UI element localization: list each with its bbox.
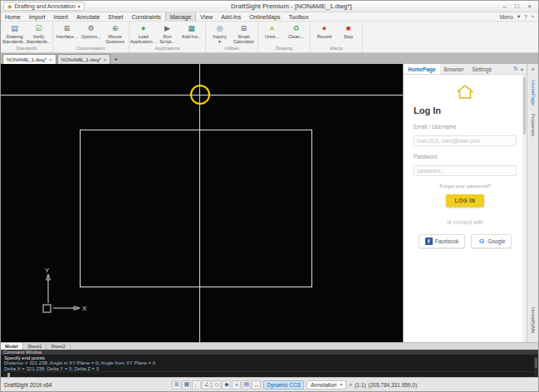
tab-sheet2[interactable]: Sheet2 xyxy=(47,343,70,350)
help-icon[interactable]: ? xyxy=(524,14,527,20)
palette-tab-properties[interactable]: Properties xyxy=(531,110,536,140)
ribbon-group-label: Standards xyxy=(2,46,51,52)
sync-icon[interactable]: ↻ xyxy=(513,66,518,72)
record-macro-button[interactable]: ● Record xyxy=(312,22,336,39)
mouse-gestures-icon: ⊕ xyxy=(110,23,120,33)
units-button[interactable]: ≡ Units... xyxy=(260,22,284,39)
ucs-axes-icon: Y X xyxy=(37,265,91,318)
menu-toolbox[interactable]: Toolbox xyxy=(285,12,313,21)
menu-view[interactable]: View xyxy=(196,12,217,21)
dynamic-ccs-toggle[interactable]: Dynamic CCS xyxy=(263,380,304,390)
homepage-panel: HomePage Browser Settings ↻ ▾ Log In Ema… xyxy=(403,64,527,342)
inquiry-icon: ◎ xyxy=(215,23,225,33)
add-ins-button[interactable]: ▦ Add-Ins... xyxy=(179,22,203,39)
collapse-ribbon-icon[interactable]: ^ xyxy=(532,14,534,20)
dynamic-input-icon[interactable]: ↔ xyxy=(252,380,261,390)
tab-model[interactable]: Model xyxy=(1,343,23,350)
menu-constraints[interactable]: Constraints xyxy=(127,12,164,21)
ortho-icon[interactable]: ∟ xyxy=(192,380,201,390)
inquiry-button[interactable]: ◎ Inquiry ▾ xyxy=(208,22,232,44)
panel-scrollbar[interactable] xyxy=(522,75,527,342)
app-version-label: DraftSight 2019 x64 xyxy=(4,382,51,388)
ribbon-group-label: Drawing xyxy=(260,46,308,52)
command-history: Specify end points Distance = 321.238; A… xyxy=(1,355,538,371)
mouse-gestures-button[interactable]: ⊕ Mouse Gestures xyxy=(103,22,127,44)
forgot-password-link[interactable]: Forgot your password? xyxy=(414,184,517,189)
palette-menu-icon[interactable]: ≡ xyxy=(531,66,534,72)
print-style-icon[interactable]: ▤ xyxy=(242,380,251,390)
menu-manage[interactable]: Manage xyxy=(165,12,196,21)
tab-browser[interactable]: Browser xyxy=(440,64,468,74)
menu-onlinemaps[interactable]: OnlineMaps xyxy=(245,12,284,21)
menu-sheet[interactable]: Sheet xyxy=(104,12,127,21)
chevron-down-icon: ▾ xyxy=(340,382,342,387)
stop-macro-button[interactable]: ■ Stop xyxy=(336,22,360,39)
doc-tab-2[interactable]: NONAME_1.dwg* × xyxy=(57,54,111,64)
maximize-button[interactable]: □ xyxy=(511,2,523,10)
command-prompt[interactable]: : xyxy=(1,371,538,377)
menu-annotate[interactable]: Annotate xyxy=(72,12,104,21)
command-window: Command Window Specify end points Distan… xyxy=(1,350,538,377)
chevron-down-icon: ▾ xyxy=(78,3,81,9)
menu-addins[interactable]: Add-Ins xyxy=(217,12,245,21)
titlebar: ◆ Drafting and Annotation ▾ DraftSight P… xyxy=(1,1,538,12)
email-field[interactable] xyxy=(414,135,517,146)
google-login-button[interactable]: G Google xyxy=(471,234,512,248)
menubar-right: Menu ▾ ? ^ xyxy=(500,12,538,21)
palette-tab-homebyme[interactable]: HomeByMe xyxy=(531,303,536,337)
password-field[interactable] xyxy=(414,165,517,176)
cursor-highlight-circle xyxy=(190,85,210,105)
chevron-down-icon[interactable]: ▾ xyxy=(517,13,520,20)
ribbon-group-label: Applications xyxy=(131,46,203,52)
ribbon-group-applications: ● Load Application... ▶ Run Script... ▦ … xyxy=(130,22,206,52)
ribbon-group-customisation: ⊞ Interface... ⚙ Options... ⊕ Mouse Gest… xyxy=(53,22,130,52)
drawing-canvas[interactable]: Y X xyxy=(1,64,403,342)
login-button[interactable]: LOG IN xyxy=(446,194,485,207)
command-scrollbar[interactable] xyxy=(534,356,538,377)
load-application-button[interactable]: ● Load Application... xyxy=(131,22,155,44)
menu-insert[interactable]: Insert xyxy=(50,12,73,21)
menu-home[interactable]: Home xyxy=(1,12,25,21)
minimize-button[interactable]: – xyxy=(498,2,511,10)
interface-button[interactable]: ⊞ Interface... xyxy=(55,22,79,39)
gear-icon: ⚙ xyxy=(86,23,96,33)
ribbon-group-drawing: ≡ Units... ♻ Clean... Drawing xyxy=(258,22,311,52)
menu-import[interactable]: Import xyxy=(25,12,50,21)
verify-standards-button[interactable]: ☑ Verify Standards... xyxy=(27,22,51,44)
workspace-dropdown[interactable]: ◆ Drafting and Annotation ▾ xyxy=(3,2,85,11)
lineweight-icon[interactable]: ≡ xyxy=(232,380,241,390)
options-button[interactable]: ⚙ Options... xyxy=(79,22,103,39)
close-icon[interactable]: × xyxy=(104,57,107,62)
run-script-icon: ▶ xyxy=(163,23,173,33)
clean-icon: ♻ xyxy=(292,23,301,33)
add-ins-icon: ▦ xyxy=(187,23,197,33)
close-button[interactable]: × xyxy=(523,2,536,10)
polar-icon[interactable]: ∠ xyxy=(202,380,211,390)
new-tab-button[interactable]: + xyxy=(111,55,120,64)
annotation-scale-dropdown[interactable]: Annotation ▾ xyxy=(306,380,346,390)
palette-tab-homepage[interactable]: HomePage xyxy=(531,76,536,110)
facebook-icon: f xyxy=(425,238,433,245)
clean-button[interactable]: ♻ Clean... xyxy=(284,22,308,39)
close-icon[interactable]: × xyxy=(49,57,52,62)
tab-settings[interactable]: Settings xyxy=(468,64,496,74)
run-script-button[interactable]: ▶ Run Script... xyxy=(155,22,179,44)
etrack-icon[interactable]: ◆ xyxy=(222,380,231,390)
tab-homepage[interactable]: HomePage xyxy=(404,64,440,74)
facebook-login-button[interactable]: f Facebook xyxy=(419,234,466,248)
smart-calculator-button[interactable]: ⊞ Smart Calculator xyxy=(232,22,256,44)
ribbon-group-label: Utilities xyxy=(208,46,256,52)
drawn-rectangle xyxy=(80,130,312,287)
drawing-standards-button[interactable]: ▤ Drawing Standards... xyxy=(2,22,27,44)
window-title: DraftSight Premium - [NONAME_1.dwg*] xyxy=(85,2,498,10)
sheet-tabs: Model Sheet1 Sheet2 xyxy=(1,342,538,350)
chevron-down-icon[interactable]: ▾ xyxy=(521,66,523,72)
grid-icon[interactable]: ▦ xyxy=(182,380,191,390)
doc-tab-1[interactable]: NONAME_1.dwg* × xyxy=(2,54,56,64)
menu-button[interactable]: Menu xyxy=(500,14,513,20)
or-connect-label: or connect with xyxy=(414,219,517,225)
google-icon: G xyxy=(478,238,485,245)
tab-sheet1[interactable]: Sheet1 xyxy=(23,343,47,350)
esnap-icon[interactable]: ◇ xyxy=(212,380,221,390)
snap-icon[interactable]: ⊞ xyxy=(172,380,181,390)
